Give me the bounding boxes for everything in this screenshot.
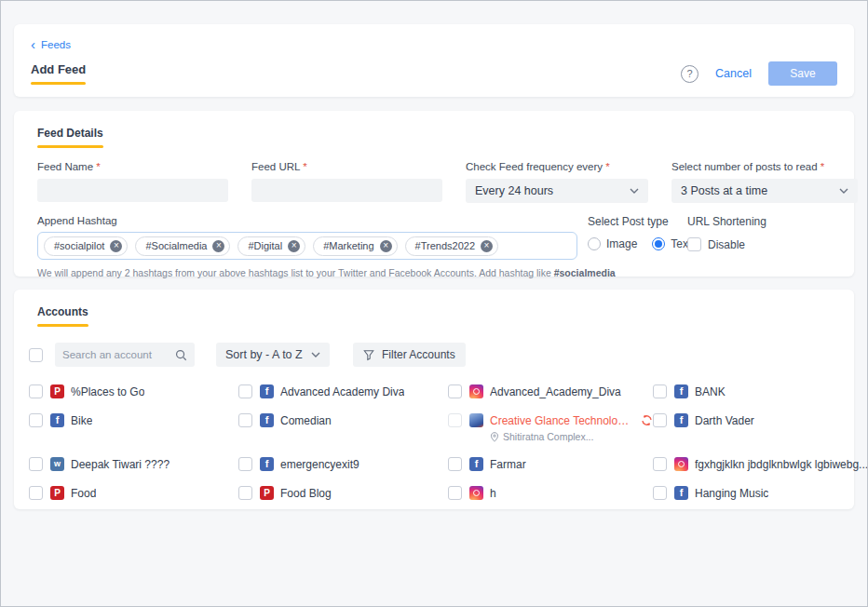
radio-icon bbox=[652, 237, 665, 250]
account-name: emergencyexit9 bbox=[280, 458, 359, 471]
account-item: Creative Glance Technologies Shitiratna … bbox=[448, 413, 653, 442]
account-checkbox[interactable] bbox=[653, 457, 667, 471]
radio-icon bbox=[588, 237, 601, 250]
account-name: BANK bbox=[695, 385, 726, 398]
account-name: Advanced Academy Diva bbox=[280, 385, 404, 398]
chip-remove-icon[interactable]: × bbox=[212, 240, 224, 252]
account-name: Farmar bbox=[490, 458, 526, 471]
hashtag-chip-label: #Socialmedia bbox=[145, 240, 207, 251]
hashtag-input[interactable]: #socialpilot × #Socialmedia × #Digital ×… bbox=[37, 232, 577, 260]
account-checkbox[interactable] bbox=[448, 384, 462, 398]
account-name: fgxhgjklkn jbdglknbwlgk lgbiwebg... bbox=[695, 458, 868, 471]
breadcrumb-label: Feeds bbox=[41, 39, 71, 50]
facebook-icon: f bbox=[50, 413, 64, 427]
account-item: h bbox=[448, 486, 653, 500]
account-checkbox[interactable] bbox=[653, 413, 667, 427]
chip-remove-icon[interactable]: × bbox=[110, 240, 122, 252]
cancel-button[interactable]: Cancel bbox=[715, 67, 752, 80]
frequency-select[interactable]: Every 24 hours bbox=[466, 179, 648, 203]
funnel-icon bbox=[363, 349, 374, 361]
account-search-box bbox=[55, 343, 195, 367]
account-checkbox[interactable] bbox=[448, 486, 462, 500]
help-icon[interactable]: ? bbox=[681, 65, 698, 83]
frequency-value: Every 24 hours bbox=[475, 184, 553, 197]
hashtag-chip: #Digital × bbox=[237, 236, 305, 256]
account-checkbox[interactable] bbox=[29, 457, 43, 471]
feed-name-input[interactable] bbox=[37, 179, 228, 202]
account-name: Hanging Music bbox=[695, 487, 768, 500]
account-checkbox[interactable] bbox=[29, 413, 43, 427]
account-checkbox[interactable] bbox=[238, 413, 252, 427]
disable-label: Disable bbox=[708, 238, 745, 251]
account-name: Creative Glance Technologies bbox=[490, 414, 634, 427]
instagram-icon bbox=[674, 457, 688, 471]
account-checkbox[interactable] bbox=[238, 457, 252, 471]
save-button[interactable]: Save bbox=[768, 61, 837, 86]
refresh-icon[interactable] bbox=[641, 414, 653, 426]
account-item: f Advanced Academy Diva bbox=[238, 384, 448, 398]
chevron-down-icon bbox=[630, 186, 639, 196]
account-checkbox[interactable] bbox=[238, 384, 252, 398]
accounts-grid: P %Places to Go f bbox=[29, 384, 844, 500]
post-type-radio-image[interactable]: Image bbox=[588, 237, 637, 250]
pinterest-icon: P bbox=[260, 486, 274, 500]
account-checkbox[interactable] bbox=[448, 413, 462, 427]
posts-select[interactable]: 3 Posts at a time bbox=[671, 179, 858, 203]
pinterest-icon: P bbox=[50, 384, 64, 398]
account-name: Comedian bbox=[280, 414, 332, 427]
account-location: Shitiratna Complex... bbox=[490, 431, 653, 442]
account-checkbox[interactable] bbox=[448, 457, 462, 471]
account-checkbox[interactable] bbox=[653, 384, 667, 398]
account-checkbox[interactable] bbox=[29, 384, 43, 398]
post-type-label: Select Post type bbox=[588, 215, 691, 228]
location-pin-icon bbox=[490, 432, 499, 442]
facebook-icon: f bbox=[469, 457, 483, 471]
account-name: h bbox=[490, 487, 496, 500]
hashtag-chip: #Marketing × bbox=[313, 236, 397, 256]
account-name: %Places to Go bbox=[71, 385, 144, 398]
account-name: Food Blog bbox=[280, 487, 332, 500]
pinterest-icon: P bbox=[50, 486, 64, 500]
frequency-field-group: Check Feed frequency every * Every 24 ho… bbox=[466, 161, 648, 203]
chip-remove-icon[interactable]: × bbox=[380, 240, 392, 252]
account-item: f Darth Vader bbox=[653, 413, 868, 442]
account-item: f Bike bbox=[29, 413, 238, 442]
account-checkbox[interactable] bbox=[238, 486, 252, 500]
post-type-radio-text[interactable]: Text bbox=[652, 237, 691, 250]
posts-field-group: Select number of posts to read * 3 Posts… bbox=[671, 161, 858, 203]
breadcrumb[interactable]: ‹ Feeds bbox=[31, 39, 71, 50]
account-item: P Food Blog bbox=[238, 486, 448, 500]
account-name: Deepak Tiwari ???? bbox=[71, 458, 170, 471]
required-marker: * bbox=[821, 161, 824, 172]
account-checkbox[interactable] bbox=[653, 486, 667, 500]
header-card: ‹ Feeds Add Feed ? Cancel Save bbox=[14, 24, 854, 97]
account-name: Advanced_Academy_Diva bbox=[490, 385, 621, 398]
feed-details-card: Feed Details Feed Name * Feed URL * Chec… bbox=[14, 111, 854, 277]
feed-url-label: Feed URL * bbox=[251, 161, 442, 172]
chip-remove-icon[interactable]: × bbox=[481, 240, 493, 252]
account-item: w Deepak Tiwari ???? bbox=[29, 457, 238, 471]
search-input[interactable] bbox=[62, 349, 170, 360]
account-checkbox[interactable] bbox=[29, 486, 43, 500]
back-chevron-icon: ‹ bbox=[31, 40, 35, 49]
account-item: f Farmar bbox=[448, 457, 653, 471]
feed-url-input[interactable] bbox=[251, 179, 442, 202]
accounts-card: Accounts Sort by - A to Z Filter Account… bbox=[14, 290, 854, 509]
hashtag-chip-label: #Trends2022 bbox=[415, 240, 475, 251]
sort-select[interactable]: Sort by - A to Z bbox=[216, 343, 330, 367]
account-item: f emergencyexit9 bbox=[238, 457, 448, 471]
avatar-icon bbox=[469, 413, 483, 427]
chip-remove-icon[interactable]: × bbox=[288, 240, 300, 252]
facebook-icon: f bbox=[260, 413, 274, 427]
filter-accounts-button[interactable]: Filter Accounts bbox=[353, 343, 466, 367]
feed-url-field-group: Feed URL * bbox=[251, 161, 442, 203]
select-all-checkbox[interactable] bbox=[29, 348, 43, 362]
add-feed-page: { "header": { "breadcrumb": "Feeds", "ta… bbox=[0, 0, 868, 607]
account-item: fgxhgjklkn jbdglknbwlgk lgbiwebg... bbox=[653, 457, 868, 471]
facebook-icon: f bbox=[674, 486, 688, 500]
filter-accounts-label: Filter Accounts bbox=[382, 348, 455, 361]
disable-checkbox[interactable] bbox=[687, 237, 701, 251]
tab-add-feed[interactable]: Add Feed bbox=[31, 62, 86, 85]
account-item: P %Places to Go bbox=[29, 384, 238, 398]
account-item: f Hanging Music bbox=[653, 486, 868, 500]
